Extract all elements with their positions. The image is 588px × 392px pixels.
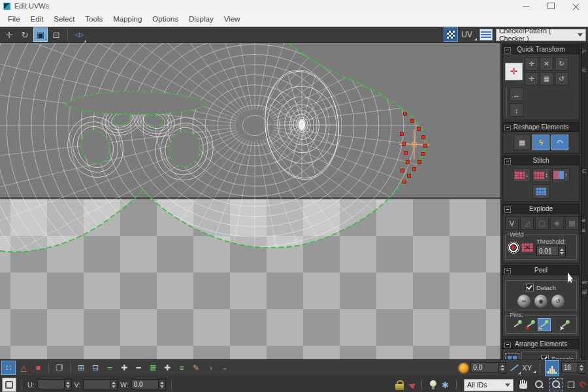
stitch-to-source[interactable]	[532, 184, 550, 199]
scale-tool[interactable]: ▣	[33, 27, 48, 42]
flatten-by-smoothing-group[interactable]: V	[505, 216, 519, 230]
peel-mode[interactable]: ◉	[534, 295, 547, 308]
paint-deselect[interactable]: ◒	[218, 361, 231, 374]
relax-dialog[interactable]: ▦	[514, 135, 531, 150]
falloff-type-icon[interactable]	[508, 363, 520, 373]
collapse-icon[interactable]	[504, 47, 511, 54]
v-coordinate-field[interactable]	[83, 379, 110, 389]
falloff-value-field[interactable]: 0.0	[470, 362, 499, 372]
uv-channel-selector[interactable]: UV	[461, 30, 476, 39]
zoom-icon[interactable]	[533, 379, 545, 391]
paint-select[interactable]: ✎	[189, 361, 203, 374]
smooth-tool[interactable]: ◠	[551, 135, 568, 150]
explode-header[interactable]: Explode	[502, 204, 580, 214]
threshold-spinner[interactable]	[559, 246, 566, 257]
rotate-tool[interactable]: ↻	[18, 27, 32, 42]
explode-options[interactable]: ▦	[565, 216, 579, 230]
unpin-tool[interactable]: ✕	[525, 319, 536, 331]
space-horizontally[interactable]: ↔	[510, 88, 523, 101]
w-spinner[interactable]	[159, 379, 166, 391]
feather-pin-tool[interactable]: ϟ	[538, 318, 551, 331]
absolute-offset-toggle[interactable]	[2, 378, 16, 392]
zoom-region-icon[interactable]	[549, 378, 563, 391]
edge-mode[interactable]: △	[17, 361, 30, 374]
texture-list-icon[interactable]	[480, 29, 493, 41]
v-spinner[interactable]	[110, 379, 118, 391]
uv-viewport[interactable]	[0, 43, 500, 359]
menu-tools[interactable]: Tools	[80, 13, 108, 25]
menu-file[interactable]: File	[3, 13, 25, 25]
quick-transform-header[interactable]: Quick Transform	[502, 44, 580, 54]
stitch-to-target[interactable]: ↑	[552, 168, 570, 182]
stitch-custom[interactable]: ↓	[513, 168, 531, 182]
reshape-header[interactable]: Reshape Elements	[502, 122, 580, 132]
move-tool[interactable]: ✛	[2, 27, 16, 42]
relax-tool[interactable]: ϟ	[532, 135, 549, 150]
pan-icon[interactable]	[518, 380, 529, 390]
arrange-header[interactable]: Arrange Elements	[502, 339, 580, 349]
collapse-icon[interactable]	[504, 206, 511, 213]
show-map-toggle[interactable]	[444, 27, 458, 42]
menu-select[interactable]: Select	[48, 13, 80, 25]
snap-magnet-icon[interactable]: ∪	[577, 379, 588, 391]
weld-threshold-field[interactable]: 0.01	[536, 246, 559, 256]
freeze-icon[interactable]: ✱	[442, 380, 449, 390]
break-shared-vertices[interactable]: ◿	[520, 216, 534, 230]
falloff-spinner[interactable]	[499, 362, 506, 374]
space-vertically[interactable]: ↕	[510, 103, 523, 117]
rotate-ccw[interactable]: ↺	[555, 72, 568, 86]
edge-distance-field[interactable]: 16	[561, 362, 578, 372]
vertex-mode[interactable]: ∷	[1, 361, 16, 375]
collapse-icon[interactable]	[504, 158, 511, 165]
stitch-header[interactable]: Stitch	[502, 155, 580, 165]
align-cross[interactable]: ✕	[540, 57, 553, 71]
lock-selection-icon[interactable]	[395, 380, 404, 390]
rotate-cw[interactable]: ↻	[555, 57, 568, 71]
w-coordinate-field[interactable]: 0.0	[131, 379, 159, 389]
pivot-button[interactable]: ✛	[505, 63, 523, 80]
collapse-icon[interactable]	[504, 268, 511, 274]
edge-distance-toggle[interactable]	[545, 360, 559, 376]
maximize-button[interactable]	[538, 0, 563, 12]
uv-mesh[interactable]	[0, 43, 500, 359]
select-edge-loop[interactable]: ≣	[146, 361, 159, 374]
pack-normalize-icon[interactable]	[505, 353, 519, 359]
select-edge-ring[interactable]: ≡	[175, 361, 188, 374]
close-button[interactable]	[563, 0, 588, 12]
texture-dropdown[interactable]: CheckerPattern ( Checker )	[496, 29, 586, 41]
minimize-button[interactable]	[514, 0, 538, 12]
grow-selection[interactable]: ⊞	[74, 361, 88, 374]
polygon-mode[interactable]: ■	[31, 361, 44, 374]
zoom-extents-icon[interactable]: ❒	[567, 380, 575, 390]
collapse-icon[interactable]	[504, 342, 511, 348]
menu-display[interactable]: Display	[184, 13, 219, 25]
u-coordinate-field[interactable]	[37, 379, 65, 389]
stitch-average[interactable]: ↕	[532, 168, 550, 182]
break-shared-edges[interactable]: ▢	[535, 216, 549, 230]
falloff-space-selector[interactable]: XY	[522, 364, 535, 372]
menu-options[interactable]: Options	[147, 13, 184, 25]
menu-mapping[interactable]: Mapping	[108, 13, 147, 25]
show-hidden-icon[interactable]	[429, 380, 437, 390]
weld-selected-icon[interactable]: ✕	[521, 243, 533, 252]
filter-selected-faces-icon[interactable]: ◀	[407, 380, 416, 390]
reset-peel[interactable]: ↺	[551, 295, 564, 308]
grow-loop[interactable]: ✚	[118, 361, 131, 374]
weld-target-icon[interactable]	[508, 242, 519, 253]
shrink-loop[interactable]: ━	[132, 361, 145, 374]
select-by-element[interactable]: ❒	[53, 361, 66, 374]
move-vertical[interactable]: ✛	[525, 72, 538, 86]
material-id-dropdown[interactable]: All IDs	[464, 379, 514, 391]
explode-to-faces[interactable]: ◈	[550, 216, 564, 230]
grow-ring[interactable]: ✚	[161, 361, 174, 374]
quick-peel[interactable]: ✂	[517, 295, 531, 308]
select-edge-dashes[interactable]: ┄	[103, 361, 116, 374]
mirror-tool[interactable]: ◁▷	[72, 27, 86, 42]
move-horizontal[interactable]: ✛	[525, 57, 538, 71]
freeform-tool[interactable]: ⊡	[49, 27, 63, 42]
menu-edit[interactable]: Edit	[25, 13, 49, 25]
menu-view[interactable]: View	[219, 13, 246, 25]
edge-distance-spinner[interactable]	[578, 362, 585, 374]
collapse-icon[interactable]	[504, 125, 511, 131]
rescale-checkbox[interactable]	[541, 355, 549, 359]
